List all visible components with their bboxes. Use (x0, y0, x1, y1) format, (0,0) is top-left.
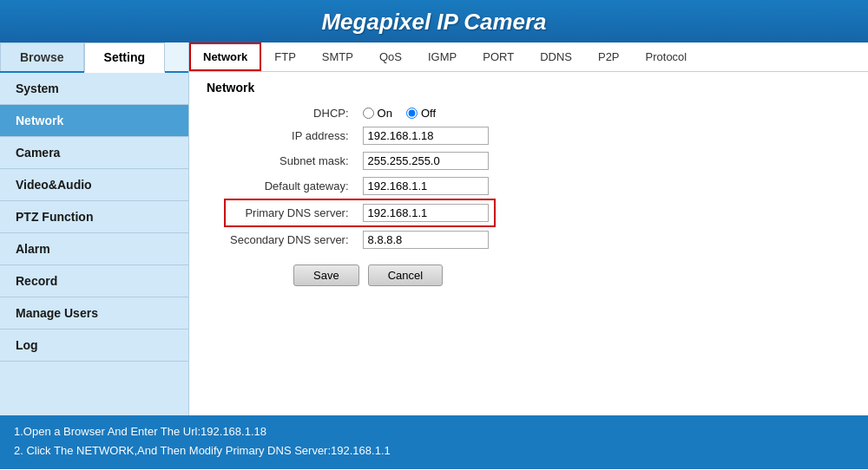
sidebar-item-log[interactable]: Log (0, 330, 188, 362)
dhcp-off-text: Off (421, 107, 436, 120)
app-title: Megapixel IP Camera (0, 9, 868, 36)
sub-nav-ddns[interactable]: DDNS (527, 43, 585, 70)
sidebar-item-manage-users[interactable]: Manage Users (0, 297, 188, 330)
dhcp-off-label[interactable]: Off (406, 107, 436, 120)
ip-address-input[interactable] (363, 127, 489, 145)
form-buttons: Save Cancel (293, 264, 851, 286)
dhcp-on-label[interactable]: On (363, 107, 392, 120)
sidebar-item-camera[interactable]: Camera (0, 137, 188, 169)
sidebar-item-system[interactable]: System (0, 73, 188, 105)
secondary-dns-field[interactable] (358, 226, 495, 252)
dhcp-on-radio[interactable] (363, 108, 374, 119)
dhcp-label: DHCP: (225, 103, 358, 123)
sidebar: Browse Setting System Network Camera Vid… (0, 42, 189, 415)
sub-nav-bar: Network FTP SMTP QoS IGMP PORT DDNS P2P … (189, 42, 868, 72)
main-content: Network FTP SMTP QoS IGMP PORT DDNS P2P … (189, 42, 868, 415)
sidebar-item-network[interactable]: Network (0, 105, 188, 137)
sidebar-item-video-audio[interactable]: Video&Audio (0, 169, 188, 201)
app-header: Megapixel IP Camera (0, 0, 868, 42)
default-gateway-input[interactable] (363, 177, 489, 195)
default-gateway-field[interactable] (358, 173, 495, 199)
sub-nav-network[interactable]: Network (189, 42, 261, 71)
primary-dns-field[interactable] (358, 199, 495, 226)
tab-browse[interactable]: Browse (0, 42, 84, 71)
cancel-button[interactable]: Cancel (368, 264, 443, 286)
sub-nav-protocol[interactable]: Protocol (633, 43, 700, 70)
primary-dns-row: Primary DNS server: (225, 199, 495, 226)
sidebar-item-alarm[interactable]: Alarm (0, 233, 188, 265)
footer-line2: 2. Click The NETWORK,And Then Modify Pri… (14, 441, 854, 460)
sub-nav-smtp[interactable]: SMTP (309, 43, 366, 70)
save-button[interactable]: Save (293, 264, 359, 286)
tab-setting[interactable]: Setting (84, 42, 165, 73)
secondary-dns-input[interactable] (363, 231, 489, 249)
dhcp-field: On Off (358, 103, 495, 123)
primary-dns-label: Primary DNS server: (225, 199, 358, 226)
sub-nav-igmp[interactable]: IGMP (415, 43, 470, 70)
network-form-table: DHCP: On Off (224, 103, 496, 252)
main-tab-row: Browse Setting (0, 42, 188, 73)
subnet-mask-label: Subnet mask: (225, 148, 358, 173)
sub-nav-ftp[interactable]: FTP (261, 43, 309, 70)
footer-line1: 1.Open a Browser And Enter The Url:192.1… (14, 422, 854, 441)
sub-nav-port[interactable]: PORT (470, 43, 527, 70)
sub-nav-p2p[interactable]: P2P (585, 43, 633, 70)
subnet-mask-field[interactable] (358, 148, 495, 173)
ip-address-field[interactable] (358, 123, 495, 148)
dhcp-radio-group: On Off (363, 107, 490, 120)
dhcp-on-text: On (378, 107, 392, 120)
section-title: Network (207, 81, 851, 95)
dhcp-off-radio[interactable] (406, 108, 418, 119)
secondary-dns-label: Secondary DNS server: (225, 226, 358, 252)
default-gateway-label: Default gateway: (225, 173, 358, 199)
footer-bar: 1.Open a Browser And Enter The Url:192.1… (0, 415, 868, 469)
subnet-mask-input[interactable] (363, 152, 489, 170)
primary-dns-input[interactable] (363, 204, 489, 222)
ip-address-label: IP address: (225, 123, 358, 148)
network-form-section: Network DHCP: On Off (189, 72, 868, 295)
sidebar-item-ptz-function[interactable]: PTZ Function (0, 201, 188, 233)
sidebar-item-record[interactable]: Record (0, 265, 188, 297)
sub-nav-qos[interactable]: QoS (366, 43, 415, 70)
